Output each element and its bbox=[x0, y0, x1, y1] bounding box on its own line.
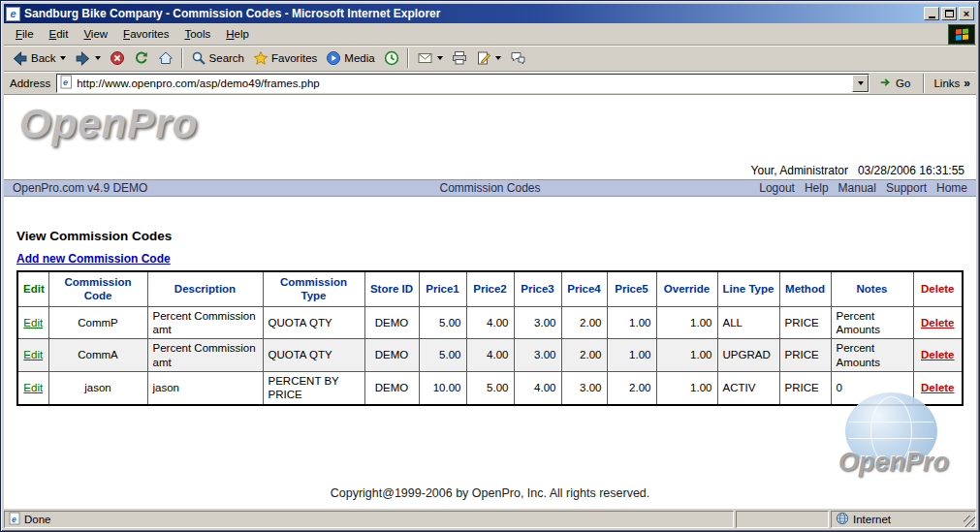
nav-link-support[interactable]: Support bbox=[886, 181, 927, 195]
favorites-button[interactable]: Favorites bbox=[249, 48, 321, 68]
delete-link[interactable]: Delete bbox=[921, 317, 955, 329]
menu-item-edit[interactable]: Edit bbox=[42, 25, 77, 43]
edit-link[interactable]: Edit bbox=[23, 349, 43, 360]
page-title: View Commission Codes bbox=[16, 229, 976, 243]
delete-link[interactable]: Delete bbox=[921, 349, 955, 360]
back-icon bbox=[12, 50, 28, 67]
mail-icon bbox=[417, 50, 433, 66]
print-button[interactable] bbox=[448, 48, 471, 68]
maximize-button[interactable] bbox=[941, 7, 957, 20]
menu-item-tools[interactable]: Tools bbox=[176, 25, 218, 43]
navbar-links: Logout Help Manual Support Home bbox=[759, 181, 967, 195]
home-button[interactable] bbox=[154, 48, 177, 68]
discuss-button[interactable] bbox=[506, 48, 530, 68]
navbar-version: OpenPro.com v4.9 DEMO bbox=[13, 181, 147, 195]
address-field[interactable]: e bbox=[56, 74, 869, 93]
cell-price1: 10.00 bbox=[419, 372, 466, 405]
back-dropdown-caret-icon bbox=[60, 56, 66, 60]
menu-item-view[interactable]: View bbox=[76, 25, 115, 43]
edit-link[interactable]: Edit bbox=[23, 382, 43, 393]
home-icon bbox=[158, 50, 174, 66]
close-button[interactable]: × bbox=[959, 7, 974, 20]
col-header-notes: Notes bbox=[831, 271, 913, 306]
col-header-commission-code: Commission Code bbox=[48, 271, 147, 306]
col-header-commission-type: Commission Type bbox=[263, 271, 364, 306]
history-button[interactable] bbox=[380, 48, 403, 68]
security-zone-text: Internet bbox=[853, 514, 891, 525]
cell-price4: 3.00 bbox=[561, 372, 607, 405]
refresh-icon bbox=[134, 50, 149, 66]
watermark-text: OpenPro bbox=[838, 448, 949, 478]
col-header-store-id: Store ID bbox=[364, 271, 419, 306]
toolbar-separator bbox=[923, 74, 925, 93]
go-arrow-icon bbox=[879, 76, 893, 91]
chevron-right-icon: » bbox=[964, 77, 970, 90]
links-bar[interactable]: Links » bbox=[933, 77, 972, 90]
cell-delete: Delete bbox=[913, 339, 963, 372]
refresh-button[interactable] bbox=[130, 48, 153, 68]
cell-line-type: UPGRAD bbox=[717, 339, 779, 372]
table-header-row: Edit Commission Code Description Commiss… bbox=[17, 271, 963, 306]
cell-description: Percent Commission amt bbox=[147, 339, 263, 372]
search-icon bbox=[191, 50, 206, 66]
address-label: Address bbox=[8, 78, 50, 89]
cell-edit: Edit bbox=[17, 306, 48, 339]
cell-commission-code: CommP bbox=[48, 306, 147, 339]
nav-link-manual[interactable]: Manual bbox=[838, 181, 876, 195]
cell-store-id: DEMO bbox=[364, 339, 419, 372]
stop-button[interactable] bbox=[106, 48, 129, 68]
edit-page-button[interactable] bbox=[472, 48, 505, 68]
cell-commission-type: QUOTA QTY bbox=[263, 339, 364, 372]
cell-store-id: DEMO bbox=[364, 372, 419, 405]
nav-link-home[interactable]: Home bbox=[936, 181, 967, 195]
ie-window-icon: e bbox=[6, 7, 20, 21]
cell-price2: 4.00 bbox=[466, 339, 514, 372]
commission-codes-table: Edit Commission Code Description Commiss… bbox=[16, 270, 964, 406]
col-header-delete: Delete bbox=[913, 271, 963, 306]
cell-price5: 2.00 bbox=[607, 372, 656, 405]
address-dropdown-button[interactable] bbox=[852, 75, 869, 92]
browser-window: e Sandburg Bike Company - Commission Cod… bbox=[0, 0, 980, 532]
date-time: 03/28/2006 16:31:55 bbox=[858, 164, 964, 177]
cell-price1: 5.00 bbox=[419, 339, 466, 372]
window-title: Sandburg Bike Company - Commission Codes… bbox=[24, 7, 920, 20]
menu-item-favorites[interactable]: Favorites bbox=[115, 25, 176, 43]
cell-price5: 1.00 bbox=[607, 306, 656, 339]
cell-price3: 4.00 bbox=[514, 372, 561, 405]
discuss-icon bbox=[510, 50, 526, 66]
forward-button[interactable] bbox=[71, 48, 105, 69]
back-button[interactable]: Back bbox=[8, 48, 70, 69]
cell-notes: Percent Amounts bbox=[831, 306, 913, 339]
favorites-star-icon bbox=[253, 50, 269, 66]
mail-button[interactable] bbox=[413, 48, 447, 68]
go-button[interactable]: Go bbox=[875, 75, 914, 92]
cell-price5: 1.00 bbox=[607, 339, 656, 372]
cell-commission-type: PERCENT BY PRICE bbox=[263, 372, 364, 405]
menu-item-help[interactable]: Help bbox=[218, 25, 257, 43]
col-header-price3: Price3 bbox=[514, 271, 561, 306]
back-button-label: Back bbox=[31, 52, 56, 64]
col-header-price2: Price2 bbox=[466, 271, 514, 306]
address-bar: Address e Go Links » bbox=[4, 72, 976, 95]
nav-link-logout[interactable]: Logout bbox=[759, 181, 795, 195]
edit-link[interactable]: Edit bbox=[23, 317, 43, 329]
close-icon: × bbox=[964, 9, 969, 19]
menu-item-file[interactable]: File bbox=[8, 25, 42, 43]
nav-link-help[interactable]: Help bbox=[805, 181, 829, 195]
mail-dropdown-caret-icon bbox=[437, 56, 443, 60]
user-info: Your, Administrator03/28/2006 16:31:55 bbox=[751, 164, 964, 177]
media-button[interactable]: Media bbox=[322, 48, 378, 68]
status-text: Done bbox=[24, 514, 51, 525]
col-header-method: Method bbox=[779, 271, 831, 306]
minimize-button[interactable] bbox=[924, 7, 939, 20]
search-button-label: Search bbox=[209, 52, 244, 64]
search-button[interactable]: Search bbox=[187, 48, 248, 68]
windows-logo-throbber bbox=[948, 24, 975, 45]
history-clock-icon bbox=[384, 50, 399, 66]
resize-grip[interactable] bbox=[964, 516, 975, 527]
cell-notes: Percent Amounts bbox=[831, 339, 913, 372]
cell-price4: 2.00 bbox=[561, 339, 607, 372]
address-input[interactable] bbox=[77, 76, 848, 91]
add-new-commission-code-link[interactable]: Add new Commission Code bbox=[16, 252, 171, 266]
media-icon bbox=[326, 50, 341, 66]
